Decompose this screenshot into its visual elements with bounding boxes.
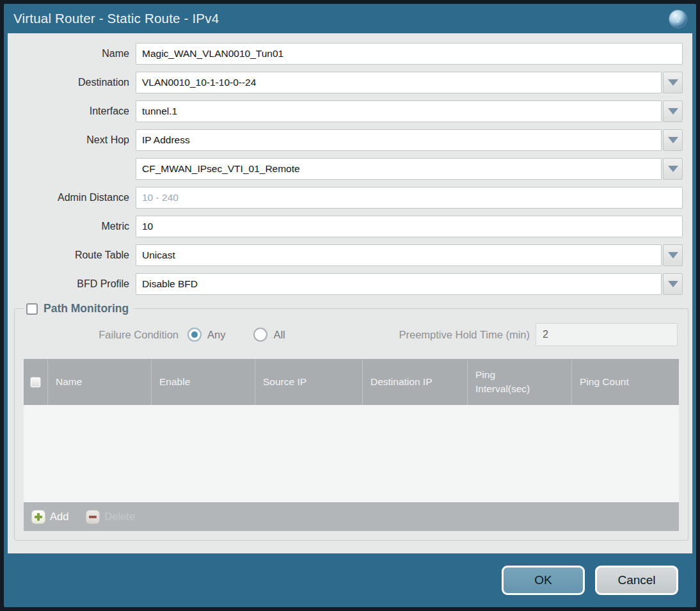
radio-dot	[257, 331, 264, 338]
path-monitoring-title: Path Monitoring	[44, 302, 129, 315]
select-all-checkbox	[30, 377, 41, 388]
path-monitoring-checkbox[interactable]	[26, 303, 38, 315]
table-header-row: Name Enable Source IP Destination IP Pin…	[24, 359, 679, 405]
column-header-ping-count: Ping Count	[572, 359, 679, 405]
form-row-name: Name	[8, 43, 683, 65]
plus-icon	[32, 511, 45, 523]
failure-condition-all-radio	[253, 328, 267, 342]
metric-label: Metric	[8, 221, 136, 232]
failure-condition-any-radio	[187, 328, 202, 342]
preemptive-hold-time-input	[536, 323, 678, 346]
failure-condition-all-label: All	[273, 329, 285, 341]
chevron-down-icon	[668, 166, 678, 172]
failure-condition-any-label: Any	[207, 329, 225, 341]
dialog-body: Name Destination Interface Next Hop Admi…	[8, 33, 692, 553]
bfd-profile-input[interactable]	[136, 273, 662, 295]
interface-dropdown-button[interactable]	[663, 100, 683, 122]
route-table-label: Route Table	[8, 250, 136, 261]
bfd-profile-label: BFD Profile	[8, 278, 136, 290]
next-hop-type-input[interactable]	[136, 129, 662, 151]
minus-icon	[86, 511, 99, 523]
table-toolbar: Add Delete	[24, 502, 679, 531]
path-monitoring-table: Name Enable Source IP Destination IP Pin…	[24, 359, 679, 531]
form-row-next-hop: Next Hop	[8, 129, 683, 151]
destination-input[interactable]	[136, 72, 662, 93]
dialog-title: Virtual Router - Static Route - IPv4	[13, 11, 219, 26]
admin-distance-input[interactable]	[136, 187, 683, 209]
form-row-metric: Metric	[8, 216, 683, 237]
next-hop-address-input[interactable]	[136, 158, 662, 180]
chevron-down-icon	[668, 252, 678, 258]
delete-button: Delete	[86, 511, 135, 523]
route-table-input[interactable]	[136, 244, 662, 266]
delete-button-label: Delete	[104, 511, 135, 523]
dialog-footer: OK Cancel	[4, 553, 696, 607]
help-icon[interactable]: ?	[669, 10, 687, 28]
form-row-bfd-profile: BFD Profile	[8, 273, 683, 295]
table-body-empty	[24, 405, 679, 502]
column-header-destination-ip: Destination IP	[363, 359, 468, 405]
chevron-down-icon	[668, 281, 678, 287]
static-route-dialog: Virtual Router - Static Route - IPv4 ? N…	[4, 4, 696, 607]
next-hop-type-dropdown-button[interactable]	[663, 129, 683, 151]
ok-button[interactable]: OK	[502, 566, 585, 595]
add-button-label: Add	[50, 511, 68, 523]
next-hop-address-dropdown-button[interactable]	[663, 158, 683, 180]
form-row-destination: Destination	[8, 72, 683, 93]
destination-dropdown-button[interactable]	[663, 72, 683, 93]
bfd-profile-dropdown-button[interactable]	[663, 273, 683, 295]
select-all-cell	[24, 359, 48, 405]
preemptive-hold-time-label: Preemptive Hold Time (min)	[399, 329, 536, 341]
name-input[interactable]	[136, 43, 683, 65]
interface-label: Interface	[8, 106, 136, 117]
name-label: Name	[8, 48, 136, 60]
form-row-interface: Interface	[8, 100, 683, 122]
help-glyph: ?	[675, 13, 681, 24]
admin-distance-label: Admin Distance	[8, 192, 136, 203]
radio-dot	[191, 331, 198, 338]
metric-input[interactable]	[136, 216, 683, 237]
route-table-dropdown-button[interactable]	[663, 244, 683, 266]
cancel-button[interactable]: Cancel	[595, 566, 678, 595]
column-header-ping-interval: Ping Interval(sec)	[468, 359, 572, 405]
form-row-route-table: Route Table	[8, 244, 683, 266]
interface-input[interactable]	[136, 100, 662, 122]
next-hop-label: Next Hop	[8, 134, 136, 146]
path-monitoring-legend: Path Monitoring	[24, 302, 134, 315]
chevron-down-icon	[668, 79, 678, 86]
column-header-source-ip: Source IP	[255, 359, 363, 405]
title-bar: Virtual Router - Static Route - IPv4 ?	[4, 4, 696, 33]
add-button[interactable]: Add	[32, 511, 68, 523]
chevron-down-icon	[668, 108, 678, 115]
form-row-next-hop-address	[8, 158, 683, 180]
chevron-down-icon	[668, 137, 678, 143]
column-header-enable: Enable	[152, 359, 255, 405]
failure-condition-row: Failure Condition Any All Preemptive Hol…	[24, 323, 679, 346]
form-row-admin-distance: Admin Distance	[8, 187, 683, 209]
destination-label: Destination	[8, 77, 136, 88]
failure-condition-label: Failure Condition	[24, 329, 187, 341]
path-monitoring-section: Path Monitoring Failure Condition Any Al…	[14, 302, 688, 541]
column-header-name: Name	[48, 359, 152, 405]
